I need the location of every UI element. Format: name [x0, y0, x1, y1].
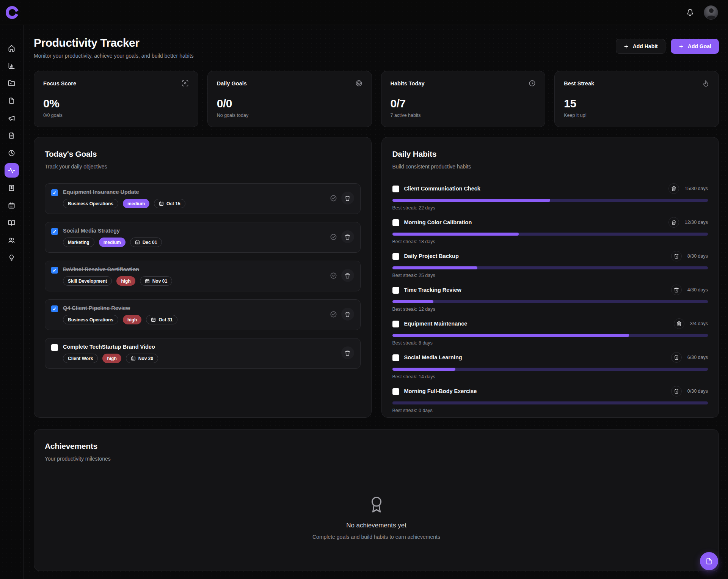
delete-goal-button[interactable] [341, 230, 354, 243]
sidebar-item-library[interactable] [5, 216, 19, 230]
stat-caption: 0/0 goals [43, 113, 189, 118]
habit-item: Client Communication Check 15/30 days Be… [392, 183, 708, 211]
habit-item: Social Media Learning 6/30 days Best str… [392, 352, 708, 379]
goal-due-pill: Oct 15 [154, 199, 185, 208]
sidebar-item-home[interactable] [5, 41, 19, 55]
sidebar-item-productivity[interactable] [5, 163, 19, 178]
trash-icon [674, 253, 679, 259]
sidebar-item-analytics[interactable] [5, 58, 19, 73]
trash-icon [676, 321, 682, 326]
habit-progress-bar [392, 401, 708, 404]
trash-icon [674, 355, 679, 360]
delete-goal-button[interactable] [341, 346, 354, 359]
check-circle-icon [330, 272, 337, 279]
quick-note-fab[interactable] [700, 552, 718, 570]
sidebar-item-files[interactable] [5, 93, 19, 108]
sidebar-item-marketing[interactable] [5, 111, 19, 125]
delete-habit-button[interactable] [668, 183, 679, 194]
file-icon [8, 97, 15, 104]
habit-best-streak: Best streak: 14 days [392, 374, 708, 379]
habit-progress-label: 12/30 days [685, 220, 708, 225]
trash-icon [674, 389, 679, 394]
stat-label: Best Streak [564, 80, 594, 87]
trash-icon [674, 287, 679, 293]
habits-panel-title: Daily Habits [392, 149, 708, 159]
sidebar-item-time[interactable] [5, 146, 19, 160]
bell-icon[interactable] [686, 9, 694, 16]
add-goal-button[interactable]: Add Goal [671, 39, 719, 54]
home-icon [8, 45, 15, 52]
habit-checkbox[interactable] [392, 354, 399, 361]
delete-habit-button[interactable] [671, 251, 682, 261]
todays-goals-panel: Today's Goals Track your daily objective… [34, 137, 372, 418]
delete-habit-button[interactable] [674, 318, 684, 329]
achievements-panel: Achievements Your productivity milestone… [34, 429, 719, 571]
habit-checkbox[interactable] [392, 186, 399, 192]
stat-value: 0/0 [217, 97, 362, 110]
delete-habit-button[interactable] [671, 386, 682, 396]
user-avatar[interactable] [704, 5, 718, 20]
trash-icon [671, 186, 676, 191]
habit-checkbox[interactable] [392, 253, 399, 260]
daily-habits-panel: Daily Habits Build consistent productive… [381, 137, 719, 418]
check-circle-icon [330, 195, 337, 202]
habit-progress-label: 0/30 days [687, 389, 708, 394]
goal-checkbox[interactable]: ✓ [51, 267, 58, 274]
goal-priority-pill: high [123, 315, 141, 324]
sidebar-item-ideas[interactable] [5, 250, 19, 265]
goal-priority-pill: medium [99, 238, 126, 247]
habit-item: Morning Full-Body Exercise 0/30 days Bes… [392, 386, 708, 413]
habit-best-streak: Best streak: 25 days [392, 273, 708, 278]
stat-cards: Focus Score 0% 0/0 goals Daily Goals 0/0… [34, 71, 719, 127]
lightbulb-icon [8, 254, 15, 261]
achievements-empty-state: No achievements yet Complete goals and b… [45, 496, 708, 540]
habit-progress-fill [392, 368, 456, 371]
habit-checkbox[interactable] [392, 388, 399, 395]
delete-goal-button[interactable] [341, 269, 354, 282]
trash-icon [345, 234, 350, 240]
habit-best-streak: Best streak: 18 days [392, 239, 708, 244]
habit-checkbox[interactable] [392, 219, 399, 226]
goals-panel-subtitle: Track your daily objectives [45, 164, 361, 170]
delete-habit-button[interactable] [671, 352, 682, 363]
sidebar-item-finance[interactable] [5, 181, 19, 195]
habit-item: Daily Project Backup 8/30 days Best stre… [392, 251, 708, 278]
habit-progress-bar [392, 368, 708, 371]
habit-progress-bar [392, 199, 708, 202]
goal-list: ✓ Equipment Insurance Update Business Op… [45, 183, 361, 369]
add-habit-button[interactable]: Add Habit [616, 39, 665, 54]
delete-habit-button[interactable] [671, 285, 682, 295]
habit-checkbox[interactable] [392, 287, 399, 294]
calendar-icon [131, 356, 136, 361]
sidebar-item-calendar[interactable] [5, 198, 19, 212]
sidebar-item-documents[interactable] [5, 128, 19, 143]
stat-value: 0% [43, 97, 189, 110]
habit-item: Time Tracking Review 4/30 days Best stre… [392, 285, 708, 312]
delete-goal-button[interactable] [341, 308, 354, 321]
goal-checkbox[interactable]: ✓ [51, 189, 58, 196]
goal-checkbox[interactable] [51, 344, 58, 351]
page-subtitle: Monitor your productivity, achieve your … [34, 53, 194, 59]
page-title: Productivity Tracker [34, 36, 194, 49]
delete-goal-button[interactable] [341, 192, 354, 205]
clock-icon [529, 80, 536, 87]
flame-icon [702, 80, 709, 87]
sidebar-item-projects[interactable] [5, 76, 19, 90]
goal-item: ✓ DaVinci Resolve Certification Skill De… [45, 261, 361, 291]
stat-card: Daily Goals 0/0 No goals today [207, 71, 372, 127]
goal-item: ✓ Social Media Strategy Marketing medium… [45, 222, 361, 253]
delete-habit-button[interactable] [668, 217, 679, 228]
habit-progress-fill [392, 334, 629, 337]
award-icon [368, 496, 385, 513]
habit-progress-label: 4/30 days [687, 287, 708, 293]
goal-category-pill: Client Work [63, 354, 98, 363]
achievements-subtitle: Your productivity milestones [45, 456, 708, 462]
habit-name: Client Communication Check [404, 186, 480, 192]
goal-checkbox[interactable]: ✓ [51, 228, 58, 235]
sidebar-item-clients[interactable] [5, 233, 19, 247]
habit-checkbox[interactable] [392, 321, 399, 327]
goal-priority-pill: high [116, 276, 135, 286]
goal-due-pill: Dec 01 [130, 238, 162, 247]
goal-checkbox[interactable]: ✓ [51, 305, 58, 312]
trash-icon [345, 273, 350, 278]
